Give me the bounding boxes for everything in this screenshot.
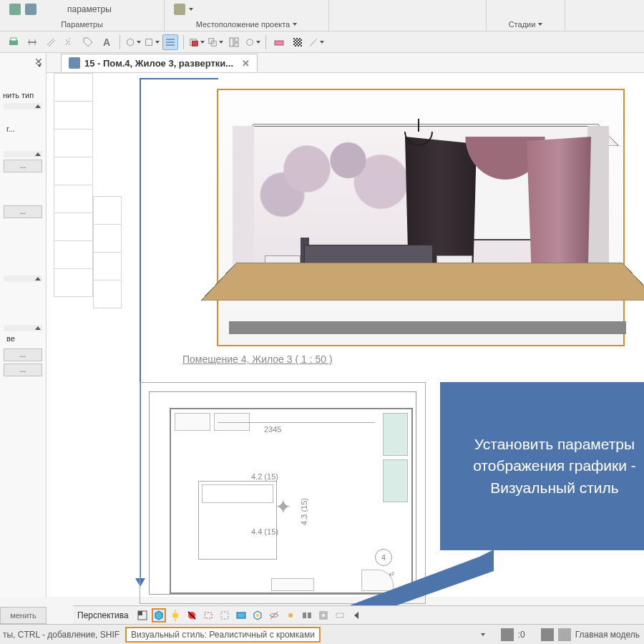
panel-button[interactable]: ... bbox=[4, 364, 42, 376]
3d-icon[interactable] bbox=[125, 34, 141, 50]
scale-icon[interactable] bbox=[135, 608, 150, 623]
close-left-icon[interactable]: ✕ bbox=[32, 55, 45, 68]
move-gizmo-icon[interactable]: ✦ bbox=[275, 495, 291, 519]
ribbon-label-phases: Стадии bbox=[487, 18, 565, 31]
group-header[interactable] bbox=[4, 151, 42, 157]
svg-point-24 bbox=[172, 613, 178, 618]
svg-rect-5 bbox=[146, 39, 152, 45]
manage-icon[interactable] bbox=[245, 34, 260, 50]
crop-visible-icon[interactable] bbox=[234, 608, 248, 623]
visual-style-tooltip: Визуальный стиль: Реалистичный с кромкам… bbox=[125, 627, 321, 643]
crop-icon[interactable] bbox=[218, 608, 232, 623]
measure-icon[interactable] bbox=[308, 34, 324, 50]
constraints-icon[interactable] bbox=[333, 608, 347, 623]
svg-point-32 bbox=[256, 614, 259, 617]
group-header[interactable] bbox=[4, 325, 42, 331]
panel-button[interactable]: ... bbox=[4, 348, 42, 361]
panel-button[interactable]: ... bbox=[4, 205, 42, 218]
print-icon[interactable] bbox=[6, 34, 21, 50]
temporary-hide-icon[interactable] bbox=[267, 608, 281, 623]
tag-icon[interactable] bbox=[80, 34, 96, 50]
active-view-tab[interactable]: 15 - Пом.4, Жилое 3, развертки... ✕ bbox=[61, 54, 258, 72]
room-3d bbox=[225, 97, 616, 338]
view-caption[interactable]: Помещение 4, Жилое 3 ( 1 : 50 ) bbox=[182, 353, 333, 365]
panel-button[interactable]: ... bbox=[4, 160, 42, 172]
view-control-bar: Перспектива bbox=[73, 605, 644, 624]
reveal-icon[interactable] bbox=[283, 608, 298, 623]
panel-item[interactable]: ве bbox=[4, 333, 42, 346]
plan-furniture bbox=[383, 413, 408, 456]
text-icon[interactable]: A bbox=[99, 34, 114, 50]
status-bar: ты, CTRL - добавление, SHIF Визуальный с… bbox=[0, 624, 644, 644]
dropdown-icon[interactable] bbox=[481, 633, 485, 636]
dimension-label: 4.3 (15) bbox=[300, 498, 308, 525]
paste-icon[interactable] bbox=[25, 4, 36, 15]
projection-label: Перспектива bbox=[77, 610, 129, 620]
plan-furniture bbox=[383, 459, 408, 502]
sheet-icon bbox=[69, 57, 80, 69]
plan-furniture bbox=[175, 413, 210, 431]
wall-icon[interactable] bbox=[271, 34, 287, 50]
model-dropdown-icon[interactable] bbox=[558, 628, 571, 641]
annotation-callout: Установить параметры отображения графики… bbox=[440, 382, 644, 550]
sheet-grid bbox=[93, 196, 122, 311]
offset-icon[interactable] bbox=[43, 34, 59, 50]
shadows-icon[interactable] bbox=[185, 608, 199, 623]
view-tab-bar: 15 - Пом.4, Жилое 3, развертки... ✕ bbox=[47, 53, 644, 73]
svg-rect-23 bbox=[138, 611, 142, 615]
group-header[interactable] bbox=[4, 275, 42, 282]
dimension-label: 2345 bbox=[264, 425, 281, 434]
worksharing-icon[interactable] bbox=[300, 608, 314, 623]
scroll-left-icon[interactable] bbox=[349, 608, 364, 623]
close-tab-icon[interactable]: ✕ bbox=[242, 58, 250, 69]
svg-rect-38 bbox=[321, 613, 326, 618]
filter-icon[interactable] bbox=[541, 628, 554, 641]
scale-value: :0 bbox=[518, 630, 525, 640]
rendering-icon[interactable] bbox=[201, 608, 215, 623]
sun-path-icon[interactable] bbox=[168, 608, 182, 623]
ribbon: параметры Параметры Местоположение проек… bbox=[0, 0, 644, 31]
svg-rect-29 bbox=[205, 613, 212, 618]
chevron-down-icon[interactable] bbox=[293, 23, 297, 26]
svg-rect-10 bbox=[192, 41, 197, 46]
analytical-icon[interactable] bbox=[316, 608, 331, 623]
svg-rect-18 bbox=[293, 38, 302, 47]
svg-rect-39 bbox=[336, 613, 343, 618]
ribbon-label-location: Местоположение проекта bbox=[165, 18, 329, 31]
properties-panel: нить тип г... ... ... ве ... ... bbox=[0, 53, 47, 597]
sheet-grid bbox=[54, 73, 93, 374]
quick-access-toolbar: A bbox=[0, 31, 644, 53]
svg-rect-15 bbox=[235, 43, 238, 47]
panel-item[interactable]: г... bbox=[4, 124, 42, 137]
3d-view-frame[interactable] bbox=[217, 89, 625, 346]
svg-rect-30 bbox=[221, 612, 228, 619]
svg-rect-35 bbox=[303, 613, 306, 618]
modify-type-label: нить тип bbox=[0, 90, 46, 103]
section-icon[interactable] bbox=[144, 34, 160, 50]
curtain-pink bbox=[527, 137, 591, 280]
svg-rect-13 bbox=[230, 38, 233, 47]
chandelier bbox=[397, 119, 440, 155]
main-area: нить тип г... ... ... ве ... ... 15 - По bbox=[0, 53, 644, 597]
copy-icon[interactable] bbox=[9, 4, 21, 15]
select-links-icon[interactable] bbox=[501, 628, 514, 641]
unlock-3d-icon[interactable] bbox=[250, 608, 265, 623]
mirror-icon[interactable] bbox=[62, 34, 77, 50]
visual-style-button[interactable] bbox=[152, 608, 166, 623]
chevron-down-icon[interactable] bbox=[538, 23, 542, 26]
svg-line-33 bbox=[270, 612, 278, 619]
render-icon[interactable] bbox=[290, 34, 306, 50]
model-label[interactable]: Главная модель bbox=[575, 630, 640, 640]
svg-rect-1 bbox=[11, 38, 16, 41]
tab-title: 15 - Пом.4, Жилое 3, развертки... bbox=[84, 58, 233, 69]
switch-windows-icon[interactable] bbox=[208, 34, 223, 50]
location-icon[interactable] bbox=[174, 4, 185, 15]
svg-point-34 bbox=[288, 613, 293, 618]
align-icon[interactable] bbox=[24, 34, 40, 50]
thin-lines-icon[interactable] bbox=[162, 34, 178, 50]
group-header[interactable] bbox=[4, 103, 42, 109]
drawing-canvas[interactable]: 15 - Пом.4, Жилое 3, развертки... ✕ ✕ bbox=[47, 53, 644, 597]
apply-button[interactable]: менить bbox=[0, 607, 47, 624]
close-hidden-icon[interactable] bbox=[189, 34, 205, 50]
tile-icon[interactable] bbox=[226, 34, 242, 50]
